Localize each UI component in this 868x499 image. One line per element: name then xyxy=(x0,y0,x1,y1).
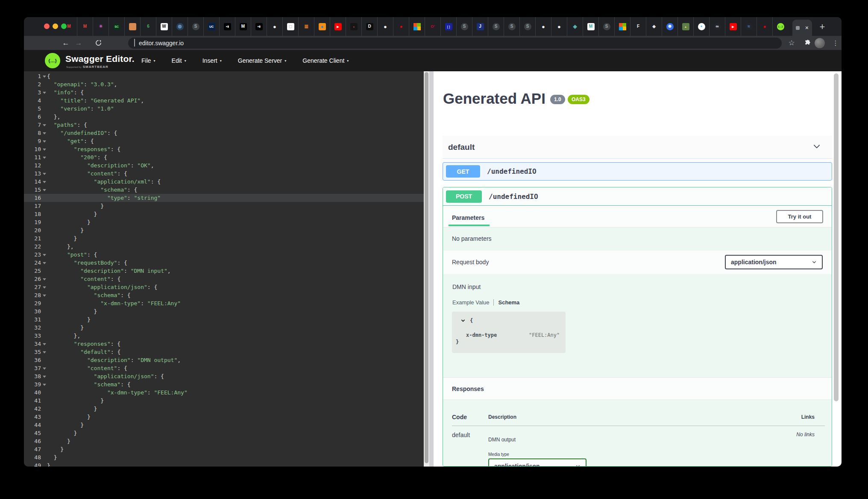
pinned-tab[interactable]: ☸ xyxy=(662,17,677,36)
pinned-tab[interactable]: 6 xyxy=(140,17,156,36)
request-media-type-select[interactable]: application/json xyxy=(725,255,823,269)
pinned-tab[interactable]: ✳ xyxy=(93,17,108,36)
post-summary[interactable]: POST /undefinedIO xyxy=(443,187,832,206)
response-media-type-select[interactable]: application/json xyxy=(488,458,586,467)
code-line[interactable]: 16 "type": "string" xyxy=(24,194,424,202)
pinned-tab[interactable]: D xyxy=(361,17,377,36)
pinned-tab[interactable]: ◻ xyxy=(282,17,298,36)
pinned-tab[interactable]: ● xyxy=(267,17,282,36)
pinned-tab[interactable]: W xyxy=(156,17,172,36)
code-line[interactable]: 39 "schema": { xyxy=(24,380,424,388)
fold-arrow-icon[interactable] xyxy=(41,283,47,291)
get-method-pill[interactable]: GET xyxy=(446,165,480,178)
pinned-tab[interactable]: [ ] xyxy=(440,17,456,36)
pinned-tab[interactable]: M xyxy=(583,17,598,36)
pinned-tab[interactable]: S xyxy=(504,17,519,36)
code-line[interactable]: 9 "get": { xyxy=(24,137,424,145)
code-line[interactable]: 43 } xyxy=(24,413,424,421)
pinned-tab[interactable]: ∞ xyxy=(709,17,725,36)
opblock-get[interactable]: GET /undefinedIO xyxy=(443,162,832,181)
address-bar[interactable]: editor.swagger.io xyxy=(128,38,782,49)
try-it-out-button[interactable]: Try it out xyxy=(776,210,823,223)
forward-icon[interactable]: → xyxy=(73,36,85,50)
pinned-tab[interactable]: ● xyxy=(377,17,393,36)
pinned-tab[interactable]: ▶ xyxy=(725,17,741,36)
code-line[interactable]: 7 "paths": { xyxy=(24,121,424,129)
pinned-tab[interactable]: ● xyxy=(346,17,361,36)
code-line[interactable]: 23 "post": { xyxy=(24,251,424,259)
url-text[interactable]: editor.swagger.io xyxy=(139,40,184,47)
pinned-tab[interactable]: ≈ xyxy=(741,17,757,36)
close-window-button[interactable] xyxy=(44,23,50,29)
code-line[interactable]: 13 "content": { xyxy=(24,169,424,178)
pinned-tab[interactable]: ◎ xyxy=(172,17,188,36)
pinned-tab[interactable]: ≣ xyxy=(298,17,314,36)
pinned-tab[interactable]: ●▮ xyxy=(251,17,267,36)
menu-generate-client[interactable]: Generate Client▾ xyxy=(302,57,349,64)
pinned-tab[interactable]: ◈ xyxy=(646,17,662,36)
code-line[interactable]: 21 } xyxy=(24,234,424,242)
pinned-tab[interactable] xyxy=(409,17,425,36)
code-lines[interactable]: 1{2 "openapi": "3.0.3",3 "info": {4 "tit… xyxy=(24,71,424,467)
code-line[interactable]: 6 }, xyxy=(24,113,424,121)
model-collapse-icon[interactable] xyxy=(460,318,466,323)
fold-arrow-icon[interactable] xyxy=(41,186,47,194)
fold-arrow-icon[interactable] xyxy=(41,251,47,259)
menu-file[interactable]: File▾ xyxy=(141,57,155,64)
code-line[interactable]: 44 } xyxy=(24,421,424,429)
fold-arrow-icon[interactable] xyxy=(41,121,47,129)
code-line[interactable]: 28 "schema": { xyxy=(24,291,424,299)
pinned-tab[interactable]: ●▮ xyxy=(219,17,235,36)
pinned-tab[interactable]: S xyxy=(519,17,535,36)
code-line[interactable]: 40 "x-dmn-type": "FEEL:Any" xyxy=(24,388,424,397)
tab-schema[interactable]: Schema xyxy=(498,299,519,306)
code-line[interactable]: 10 "responses": { xyxy=(24,145,424,153)
fold-arrow-icon[interactable] xyxy=(41,153,47,161)
pinned-tab[interactable]: F xyxy=(630,17,646,36)
pinned-tab[interactable] xyxy=(124,17,140,36)
pinned-tab[interactable]: S xyxy=(488,17,504,36)
pinned-tab[interactable]: ● xyxy=(535,17,551,36)
menu-insert[interactable]: Insert▾ xyxy=(202,57,222,64)
code-line[interactable]: 26 "content": { xyxy=(24,275,424,283)
parameters-tab[interactable]: Parameters xyxy=(452,214,484,221)
active-tab[interactable]: × xyxy=(792,20,812,36)
fold-arrow-icon[interactable] xyxy=(41,275,47,283)
editor-scrollbar[interactable] xyxy=(424,71,429,467)
pinned-tab[interactable]: ▶ xyxy=(330,17,346,36)
pinned-tab[interactable]: ● xyxy=(551,17,567,36)
code-line[interactable]: 29 "x-dmn-type": "FEEL:Any" xyxy=(24,299,424,307)
new-tab-button[interactable]: + xyxy=(815,20,830,33)
avatar[interactable] xyxy=(815,36,825,50)
fold-arrow-icon[interactable] xyxy=(41,137,47,145)
menu-kebab-icon[interactable]: ⋮ xyxy=(831,36,840,50)
panel-scrollbar-thumb[interactable] xyxy=(834,73,839,401)
code-line[interactable]: 4 "title": "Generated API", xyxy=(24,96,424,105)
pinned-tab[interactable]: M xyxy=(77,17,93,36)
chevron-down-icon[interactable] xyxy=(812,142,821,153)
fold-arrow-icon[interactable] xyxy=(41,88,47,96)
fold-arrow-icon[interactable] xyxy=(41,72,47,80)
code-line[interactable]: 14 "application/xml": { xyxy=(24,178,424,186)
pinned-tab[interactable]: M xyxy=(61,17,77,36)
code-line[interactable]: 32 } xyxy=(24,324,424,332)
pinned-tab[interactable]: S xyxy=(188,17,203,36)
code-line[interactable]: 46 } xyxy=(24,437,424,445)
code-line[interactable]: 33 }, xyxy=(24,332,424,340)
code-line[interactable]: 20 } xyxy=(24,226,424,234)
tab-example-value[interactable]: Example Value xyxy=(452,299,489,306)
pinned-tab[interactable]: ● xyxy=(393,17,409,36)
bookmark-star-icon[interactable]: ☆ xyxy=(786,36,797,50)
pinned-tab[interactable]: ◆ xyxy=(314,17,330,36)
fold-arrow-icon[interactable] xyxy=(41,259,47,267)
fold-arrow-icon[interactable] xyxy=(41,372,47,380)
code-line[interactable]: 12 "description": "OK", xyxy=(24,161,424,169)
code-line[interactable]: 47 } xyxy=(24,445,424,453)
pinned-tab[interactable]: ◆ xyxy=(567,17,583,36)
code-line[interactable]: 8 "/undefinedIO": { xyxy=(24,129,424,137)
tab-close-icon[interactable]: × xyxy=(805,25,809,31)
menu-generate-server[interactable]: Generate Server▾ xyxy=(238,57,287,64)
code-line[interactable]: 11 "200": { xyxy=(24,153,424,161)
fold-arrow-icon[interactable] xyxy=(41,364,47,372)
code-line[interactable]: 41 } xyxy=(24,397,424,405)
